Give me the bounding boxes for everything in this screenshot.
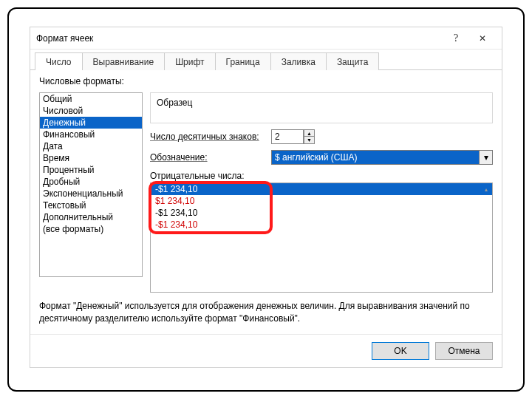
dialog-buttons: OK Отмена [30,334,502,367]
format-category-item[interactable]: Текстовый [40,200,142,211]
symbol-combobox[interactable]: $ английский (США) [271,150,480,165]
format-category-item[interactable]: Дополнительный [40,211,142,223]
tab-4[interactable]: Заливка [270,52,327,70]
format-category-list[interactable]: ОбщийЧисловойДенежныйФинансовыйДатаВремя… [39,92,143,277]
format-category-item[interactable]: Дробный [40,176,142,188]
decimals-input[interactable] [271,129,304,144]
decimals-row: Число десятичных знаков: ▲ ▼ [150,129,493,144]
spinner-up-icon[interactable]: ▲ [304,129,315,137]
format-category-item[interactable]: Процентный [40,164,142,176]
negative-option[interactable]: -$1 234,10 [151,219,492,231]
negative-option[interactable]: $1 234,10 [151,195,492,207]
format-cells-dialog: Формат ячеек ? ✕ ЧислоВыравниваниеШрифтГ… [30,27,502,368]
format-category-item[interactable]: (все форматы) [40,223,142,235]
format-category-item[interactable]: Дата [40,140,142,152]
format-category-item[interactable]: Числовой [40,105,142,117]
tab-2[interactable]: Шрифт [164,52,215,70]
tab-strip: ЧислоВыравниваниеШрифтГраницаЗаливкаЗащи… [30,50,502,70]
negative-label: Отрицательные числа: [150,171,493,181]
tab-0[interactable]: Число [35,52,83,70]
screenshot-frame: Формат ячеек ? ✕ ЧислоВыравниваниеШрифтГ… [7,7,525,392]
format-description: Формат "Денежный" используется для отобр… [39,297,493,328]
tab-3[interactable]: Граница [215,52,271,70]
symbol-label: Обозначение: [150,152,267,163]
chevron-down-icon[interactable]: ▾ [480,150,493,165]
negative-numbers-list[interactable]: ▴ -$1 234,10$1 234,10-$1 234,10-$1 234,1… [150,183,493,293]
decimals-label: Число десятичных знаков: [150,132,267,142]
titlebar: Формат ячеек ? ✕ [30,27,502,50]
cancel-button[interactable]: Отмена [435,342,493,360]
format-category-item[interactable]: Время [40,152,142,164]
sample-group: Образец [150,92,493,123]
negative-option[interactable]: -$1 234,10 [151,207,492,219]
format-category-item[interactable]: Финансовый [40,129,142,140]
spinner-down-icon[interactable]: ▼ [304,137,315,144]
close-icon[interactable]: ✕ [469,30,496,47]
tab-1[interactable]: Выравнивание [82,52,166,70]
symbol-row: Обозначение: $ английский (США) ▾ [150,150,493,165]
format-category-item[interactable]: Экспоненциальный [40,188,142,200]
negative-option[interactable]: -$1 234,10 [151,183,492,195]
tab-5[interactable]: Защита [326,52,380,70]
tab-content-number: Числовые форматы: ОбщийЧисловойДенежныйФ… [30,70,502,334]
sample-label: Образец [157,98,486,108]
help-icon[interactable]: ? [443,30,469,47]
scroll-hint-icon: ▴ [481,185,491,194]
format-category-item[interactable]: Денежный [40,117,142,129]
format-category-item[interactable]: Общий [40,93,142,105]
ok-button[interactable]: OK [372,342,429,360]
decimals-spinner[interactable]: ▲ ▼ [271,129,315,144]
dialog-title: Формат ячеек [36,33,443,44]
formats-label: Числовые форматы: [39,76,493,86]
